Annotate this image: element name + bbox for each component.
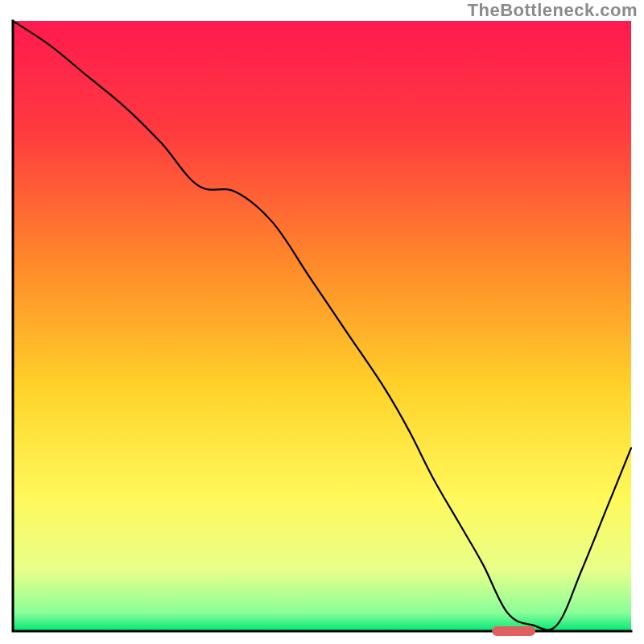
bottleneck-chart: TheBottleneck.com xyxy=(0,0,644,644)
gradient-background xyxy=(13,21,631,631)
plot-surface xyxy=(0,0,644,644)
sweet-spot-marker xyxy=(492,626,535,636)
watermark-label: TheBottleneck.com xyxy=(468,0,638,21)
